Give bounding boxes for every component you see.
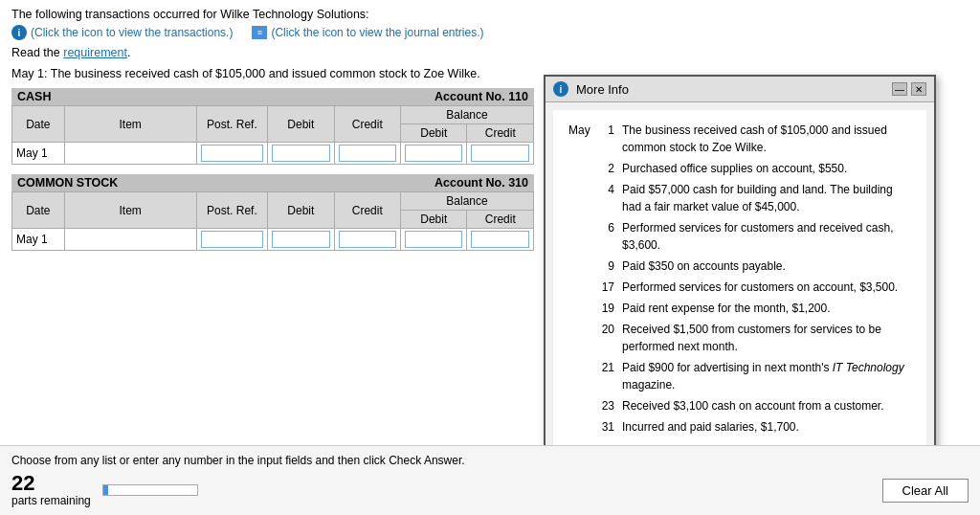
transaction-text: Purchased office supplies on account, $5… xyxy=(618,158,915,179)
cash-ledger-header: CASH Account No. 110 xyxy=(11,88,534,105)
cs-col-item: Item xyxy=(64,192,196,229)
transaction-row: 31Incurred and paid salaries, $1,700. xyxy=(565,416,915,437)
clear-all-button[interactable]: Clear All xyxy=(882,479,969,503)
cs-bal-credit: Credit xyxy=(467,211,534,229)
cash-title: CASH xyxy=(17,90,51,103)
common-stock-ledger-header: COMMON STOCK Account No. 310 xyxy=(11,174,534,191)
progress-bar-fill xyxy=(103,485,108,495)
common-stock-ledger-section: COMMON STOCK Account No. 310 Date Item P… xyxy=(11,174,534,251)
cs-col-postref: Post. Ref. xyxy=(196,192,267,229)
panel-body: May1The business received cash of $105,0… xyxy=(553,110,926,447)
transaction-row: 19Paid rent expense for the month, $1,20… xyxy=(565,298,915,319)
transaction-text: Performed services for customers and rec… xyxy=(618,217,915,256)
cash-date-cell: May 1 xyxy=(12,143,65,165)
cash-item-cell xyxy=(64,143,196,165)
transaction-num: 6 xyxy=(598,217,618,256)
transaction-text: Paid rent expense for the month, $1,200. xyxy=(618,298,915,319)
cash-col-date: Date xyxy=(12,106,65,143)
cs-row-may1: May 1 xyxy=(12,229,534,251)
transaction-num: 2 xyxy=(598,158,618,179)
more-info-panel: i More Info — ✕ May1The business receive… xyxy=(544,75,936,494)
cs-bal-debit: Debit xyxy=(401,211,467,229)
transaction-row: 2Purchased office supplies on account, $… xyxy=(565,158,915,179)
cs-bal-credit-cell xyxy=(467,229,534,251)
transaction-num: 23 xyxy=(598,395,618,416)
transaction-text: Paid $350 on accounts payable. xyxy=(618,256,915,277)
transaction-num: 9 xyxy=(598,256,618,277)
transaction-row: 21Paid $900 for advertising in next mont… xyxy=(565,357,915,395)
cash-postref-input[interactable] xyxy=(201,145,263,162)
transaction-text: Received $1,500 from customers for servi… xyxy=(618,319,915,357)
cash-row-may1: May 1 xyxy=(12,143,534,165)
cash-col-debit: Debit xyxy=(268,106,334,143)
bottom-controls: 22 parts remaining Clear All xyxy=(11,473,969,507)
transaction-num: 21 xyxy=(598,357,618,395)
cs-item-cell xyxy=(64,229,196,251)
cs-col-credit: Credit xyxy=(334,192,401,229)
cs-col-debit: Debit xyxy=(268,192,334,229)
bottom-instruction: Choose from any list or enter any number… xyxy=(11,454,969,467)
info-icon[interactable]: i xyxy=(11,25,27,40)
transaction-row: 20Received $1,500 from customers for ser… xyxy=(565,319,915,357)
month-label: May xyxy=(565,120,598,437)
cash-credit-input[interactable] xyxy=(339,145,397,162)
panel-minimize-button[interactable]: — xyxy=(892,82,907,96)
transaction-num: 20 xyxy=(598,319,618,357)
transaction-text: Received $3,100 cash on account from a c… xyxy=(618,395,915,416)
transaction-num: 19 xyxy=(598,298,618,319)
cash-debit-cell xyxy=(268,143,334,165)
cs-date-cell: May 1 xyxy=(12,229,65,251)
panel-close-button[interactable]: ✕ xyxy=(911,82,926,96)
cs-bal-credit-input[interactable] xyxy=(471,231,529,248)
cash-debit-input[interactable] xyxy=(272,145,329,162)
panel-header: i More Info — ✕ xyxy=(546,77,934,102)
main-content: The following transactions occurred for … xyxy=(0,0,546,268)
common-stock-title: COMMON STOCK xyxy=(17,176,118,190)
cs-debit-input[interactable] xyxy=(272,231,329,248)
transaction-row: 9Paid $350 on accounts payable. xyxy=(565,256,915,277)
cash-bal-credit-input[interactable] xyxy=(471,145,529,162)
cash-table: Date Item Post. Ref. Debit Credit Balanc… xyxy=(11,105,534,165)
transactions-link-text[interactable]: (Click the icon to view the transactions… xyxy=(31,26,233,39)
progress-bar-container xyxy=(102,484,198,496)
cash-bal-credit: Credit xyxy=(467,124,534,143)
transaction-text: The business received cash of $105,000 a… xyxy=(618,120,915,158)
transaction-num: 4 xyxy=(598,179,618,217)
transaction-text: Performed services for customers on acco… xyxy=(618,277,915,298)
cash-account-no: Account No. 110 xyxy=(434,90,528,103)
cash-postref-cell xyxy=(196,143,267,165)
parts-number: 22 xyxy=(11,473,91,494)
cash-bal-debit-cell xyxy=(401,143,467,165)
transaction-num: 1 xyxy=(598,120,618,158)
cs-postref-input[interactable] xyxy=(201,231,263,248)
panel-title: More Info xyxy=(576,82,884,97)
cs-credit-cell xyxy=(334,229,401,251)
cash-col-credit: Credit xyxy=(334,106,401,143)
transaction-row: 17Performed services for customers on ac… xyxy=(565,277,915,298)
cs-credit-input[interactable] xyxy=(339,231,397,248)
cash-bal-debit-input[interactable] xyxy=(405,145,462,162)
transaction-text: Incurred and paid salaries, $1,700. xyxy=(618,416,915,437)
cash-bal-credit-cell xyxy=(467,143,534,165)
panel-controls: — ✕ xyxy=(892,82,926,96)
cs-bal-debit-input[interactable] xyxy=(405,231,462,248)
cs-balance-header: Balance xyxy=(401,192,534,211)
cash-balance-header: Balance xyxy=(401,106,534,124)
transaction-text: Paid $900 for advertising in next month'… xyxy=(618,357,915,395)
bottom-bar: Choose from any list or enter any number… xyxy=(0,445,980,515)
cash-col-postref: Post. Ref. xyxy=(196,106,267,143)
read-line: Read the requirement. xyxy=(11,46,534,59)
cs-col-date: Date xyxy=(12,192,65,229)
transaction-text: Paid $57,000 cash for building and land.… xyxy=(618,179,915,217)
icon-row: i (Click the icon to view the transactio… xyxy=(11,25,534,40)
requirement-link[interactable]: requirement xyxy=(63,46,127,59)
cash-ledger-section: CASH Account No. 110 Date Item Post. Ref… xyxy=(11,88,534,165)
panel-info-icon: i xyxy=(553,81,568,97)
transactions-icon-link[interactable]: i (Click the icon to view the transactio… xyxy=(11,25,233,40)
transactions-table: May1The business received cash of $105,0… xyxy=(565,120,915,437)
journal-icon[interactable] xyxy=(252,26,267,39)
common-stock-account-no: Account No. 310 xyxy=(434,176,528,190)
cash-col-item: Item xyxy=(64,106,196,143)
journal-icon-link[interactable]: (Click the icon to view the journal entr… xyxy=(252,25,483,40)
journal-link-text[interactable]: (Click the icon to view the journal entr… xyxy=(271,26,483,39)
